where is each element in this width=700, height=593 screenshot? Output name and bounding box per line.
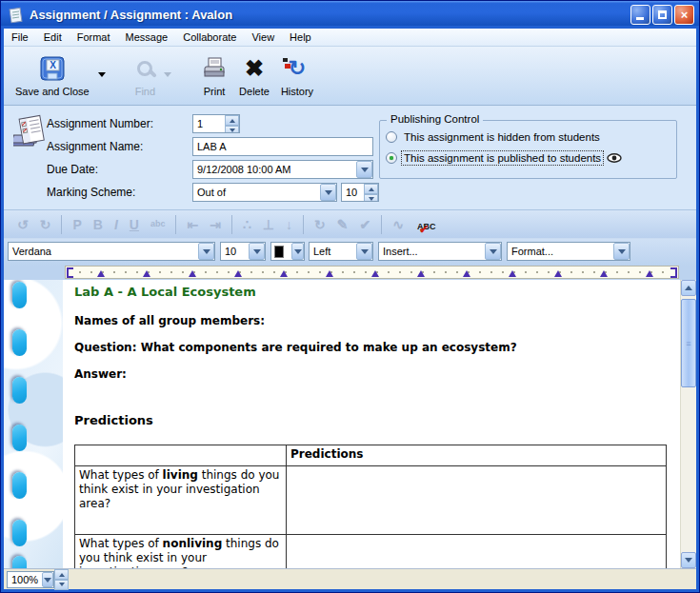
binding-pill (12, 472, 27, 499)
table-cell-question-living[interactable]: What types of living things do you think… (75, 466, 287, 535)
tab-stop-marker[interactable] (234, 270, 242, 277)
assignment-number-stepper[interactable]: 1 (192, 114, 240, 133)
assignment-number-spin-buttons[interactable] (225, 115, 239, 132)
score-spin-buttons[interactable] (364, 184, 378, 201)
minimize-button[interactable] (630, 5, 650, 25)
spellcheck-button[interactable]: ABC ✔ (410, 216, 444, 233)
assignment-name-field[interactable] (192, 137, 373, 156)
radio-published-option[interactable]: This assignment is published to students (386, 150, 622, 166)
spin-up-icon[interactable] (364, 184, 378, 194)
save-and-close-menu-arrow[interactable] (95, 52, 109, 96)
format-dropdown-button[interactable] (613, 243, 630, 260)
zoom-dropdown-button[interactable] (42, 572, 53, 587)
alignment-combo[interactable]: Left (309, 242, 373, 261)
separator (61, 215, 62, 234)
client-area: File Edit Format Message Collaborate Vie… (4, 29, 696, 589)
right-margin-marker[interactable] (670, 267, 677, 278)
left-margin-marker[interactable] (67, 267, 73, 278)
scroll-up-button[interactable] (681, 280, 696, 296)
spin-down-icon[interactable] (364, 194, 378, 202)
assignment-form: Assignment Number: Assignment Name: Due … (4, 106, 696, 210)
insert-marker-icon: ∴ (237, 218, 257, 231)
spin-down-icon[interactable] (54, 580, 69, 590)
main-toolbar: X Save and Close Find (4, 47, 696, 106)
tab-stop-marker[interactable] (463, 270, 470, 277)
zoom-stepper[interactable] (54, 569, 69, 586)
tab-stop-marker[interactable] (554, 270, 562, 277)
table-header-empty (75, 445, 287, 466)
history-button[interactable]: ↻ History (275, 50, 319, 99)
tab-stop-marker[interactable] (509, 270, 516, 277)
scrollbar-thumb[interactable]: ≡ (681, 299, 696, 387)
spin-down-icon[interactable] (225, 126, 239, 133)
table-cell-answer-living[interactable] (287, 466, 667, 535)
remove-format-icon: abc (145, 220, 171, 228)
marking-scheme-combo[interactable]: Out of (192, 183, 337, 202)
tab-stop-marker[interactable] (280, 270, 288, 277)
font-size-dropdown-button[interactable] (249, 243, 265, 260)
font-color-combo[interactable] (270, 242, 305, 261)
radio-hidden-option[interactable]: This assignment is hidden from students (386, 129, 602, 145)
close-button[interactable]: × (674, 5, 694, 25)
binding-pill (12, 520, 27, 546)
assignment-name-input[interactable] (193, 141, 372, 152)
tab-stop-marker[interactable] (189, 270, 196, 277)
separator (175, 215, 176, 234)
table-cell-answer-nonliving[interactable] (287, 535, 667, 569)
radio-published-label: This assignment is published to students (402, 151, 603, 165)
tab-stop-marker[interactable] (646, 270, 653, 277)
tab-stop-marker[interactable] (326, 270, 333, 277)
delete-label: Delete (239, 86, 270, 97)
alignment-dropdown-button[interactable] (356, 243, 372, 260)
save-and-close-button[interactable]: X Save and Close (10, 50, 95, 99)
menu-file[interactable]: File (4, 30, 36, 45)
tab-stop-marker[interactable] (417, 270, 425, 277)
zoom-combo[interactable]: 100% (7, 571, 54, 588)
radio-unselected-icon[interactable] (386, 131, 397, 143)
menu-format[interactable]: Format (70, 30, 118, 45)
table-cell-question-nonliving[interactable]: What types of nonliving things do you th… (75, 535, 287, 569)
delete-button[interactable]: ✖ Delete (233, 50, 275, 99)
maximize-button[interactable] (652, 5, 672, 25)
due-date-combo[interactable]: 9/12/2008 10:00 AM (192, 160, 373, 179)
menu-message[interactable]: Message (118, 30, 176, 45)
italic-icon: I (109, 218, 124, 231)
font-color-dropdown-button[interactable] (291, 243, 304, 260)
scroll-down-button[interactable] (681, 552, 696, 568)
radio-selected-icon[interactable] (386, 152, 397, 164)
zoom-value: 100% (8, 574, 42, 585)
format-combo[interactable]: Format... (507, 242, 630, 261)
spin-up-icon[interactable] (54, 569, 69, 580)
application-window: Assignment / Assignment : Avalon × File … (0, 0, 700, 593)
insert-dropdown-button[interactable] (485, 243, 501, 260)
spin-up-icon[interactable] (225, 115, 239, 126)
marking-scheme-score-stepper[interactable]: 10 (341, 183, 379, 202)
due-date-dropdown-button[interactable] (356, 161, 372, 178)
insert-combo[interactable]: Insert... (378, 242, 502, 261)
tab-stop-marker[interactable] (371, 270, 379, 277)
svg-text:X: X (50, 60, 56, 70)
font-size-combo[interactable]: 10 (220, 242, 266, 261)
anchor-icon: ⊥ (257, 218, 280, 231)
spellcheck-check-icon: ✔ (419, 223, 429, 236)
find-label: Find (135, 86, 155, 97)
print-button[interactable]: Print (195, 50, 233, 99)
marking-scheme-dropdown-button[interactable] (320, 184, 336, 201)
tab-stop-marker[interactable] (143, 270, 150, 277)
chevron-down-icon (490, 249, 497, 258)
menu-edit[interactable]: Edit (36, 30, 70, 45)
font-family-value: Verdana (9, 246, 198, 257)
vertical-scrollbar[interactable]: ≡ (680, 280, 696, 568)
tab-stop-marker[interactable] (600, 270, 608, 277)
menu-view[interactable]: View (244, 30, 282, 45)
menu-help[interactable]: Help (282, 30, 319, 45)
tab-stop-marker[interactable] (97, 270, 105, 277)
document-editor[interactable]: Lab A - A Local Ecosystem Names of all g… (63, 280, 680, 568)
find-icon (137, 52, 152, 85)
save-and-close-icon: X (38, 52, 67, 85)
font-family-dropdown-button[interactable] (198, 243, 214, 260)
font-family-combo[interactable]: Verdana (8, 242, 215, 261)
paragraph-question: Question: What components are required t… (74, 341, 680, 354)
menu-collaborate[interactable]: Collaborate (175, 30, 244, 45)
predictions-heading: Predictions (74, 413, 680, 427)
